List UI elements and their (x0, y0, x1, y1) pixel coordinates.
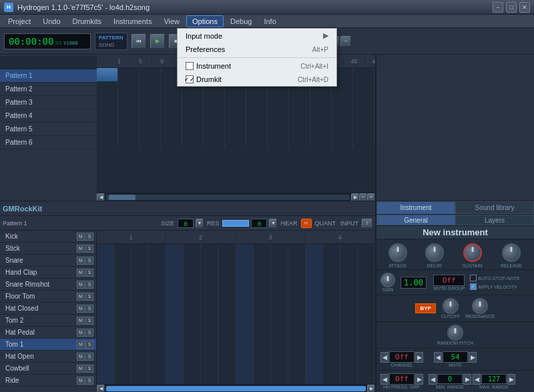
beat-cowbell-14[interactable] (340, 376, 358, 384)
size-down[interactable]: ▼ (196, 219, 204, 228)
song-cell-3-7[interactable] (225, 95, 246, 108)
beat-snarerimshot-3[interactable] (149, 292, 166, 304)
drum-instr-tom1[interactable]: Tom 1 MS (0, 339, 96, 351)
beat-hatopen-5[interactable] (184, 364, 201, 376)
beat-tom1-8[interactable] (236, 352, 254, 364)
beat-cowbell-7[interactable] (218, 376, 236, 384)
beat-floortom-7[interactable] (218, 304, 236, 316)
beat-snare-8[interactable] (236, 268, 254, 280)
gain-knob[interactable] (380, 273, 395, 287)
beat-tom2-14[interactable] (340, 328, 358, 340)
song-scroll-left[interactable]: ◀ (97, 193, 105, 201)
dropdown-item-inputmode[interactable]: Input mode ▶ (178, 29, 336, 43)
beat-snare-7[interactable] (218, 268, 236, 280)
drum-instr-hatopen[interactable]: Hat Open MS (0, 351, 96, 363)
song-toggle[interactable]: SONG (97, 41, 125, 49)
beat-floortom-1[interactable] (114, 304, 131, 316)
handclap-btn2[interactable]: S (85, 269, 93, 277)
beat-floortom-9[interactable] (254, 304, 271, 316)
beat-hatclosed-13[interactable] (323, 316, 340, 328)
beat-hatpedal-2[interactable] (131, 340, 149, 352)
song-cell-4-7[interactable] (225, 108, 246, 121)
beat-cowbell-2[interactable] (131, 376, 149, 384)
beat-floortom-13[interactable] (323, 304, 340, 316)
pattern-row-3[interactable]: Pattern 3 (0, 96, 97, 109)
beat-kick-2[interactable] (131, 244, 149, 256)
song-cell-6-6[interactable] (204, 135, 225, 148)
beat-snare-6[interactable] (201, 268, 218, 280)
song-cell-5-6[interactable] (204, 121, 225, 135)
pattern-toggle[interactable]: PATTERN (97, 34, 125, 41)
beat-hatclosed-4[interactable] (166, 316, 184, 328)
song-cell-3-3[interactable] (140, 95, 161, 108)
floortom-btn1[interactable]: M (77, 293, 85, 301)
tom1-btn1[interactable]: M (77, 341, 85, 349)
song-cell-1-3[interactable] (140, 68, 161, 81)
beat-floortom-11[interactable] (288, 304, 306, 316)
beat-handclap-3[interactable] (149, 280, 166, 292)
beat-hatopen-11[interactable] (288, 364, 306, 376)
beat-cowbell-3[interactable] (149, 376, 166, 384)
song-cell-5-2[interactable] (118, 121, 140, 135)
transport-rewind[interactable]: ⏮ (131, 34, 146, 49)
input-btn[interactable]: I (362, 219, 372, 228)
beat-snarerimshot-2[interactable] (131, 292, 149, 304)
attack-knob[interactable] (388, 243, 407, 262)
beat-floortom-5[interactable] (184, 304, 201, 316)
beat-tom2-2[interactable] (131, 328, 149, 340)
beat-hatclosed-8[interactable] (236, 316, 254, 328)
pattern-row-5[interactable]: Pattern 5 (0, 123, 97, 136)
song-cell-6-8[interactable] (246, 135, 268, 148)
rp-tab-instrument[interactable]: Instrument (376, 201, 455, 214)
song-cell-4-1[interactable] (97, 108, 118, 121)
beat-hatopen-15[interactable] (358, 364, 375, 376)
cowbell-btn1[interactable]: M (77, 365, 85, 373)
pattern-row-1[interactable]: Pattern 1 (0, 69, 97, 83)
beat-hatopen-7[interactable] (218, 364, 236, 376)
beat-handclap-11[interactable] (288, 280, 306, 292)
beat-tom1-2[interactable] (131, 352, 149, 364)
beat-tom2-0[interactable] (97, 328, 114, 340)
beat-tom2-15[interactable] (358, 328, 375, 340)
song-cell-2-2[interactable] (118, 81, 140, 95)
beat-tom1-4[interactable] (166, 352, 184, 364)
beat-stick-15[interactable] (358, 256, 375, 268)
beat-handclap-9[interactable] (254, 280, 271, 292)
song-cell-5-5[interactable] (182, 121, 204, 135)
beat-hatpedal-9[interactable] (254, 340, 271, 352)
beat-hatopen-8[interactable] (236, 364, 254, 376)
song-cell-3-9[interactable] (268, 95, 289, 108)
beat-hatopen-4[interactable] (166, 364, 184, 376)
drum-instr-cowbell[interactable]: Cowbell MS (0, 363, 96, 375)
menu-item-undo[interactable]: Undo (37, 16, 65, 27)
beat-snarerimshot-11[interactable] (288, 292, 306, 304)
beat-stick-1[interactable] (114, 256, 131, 268)
beat-stick-2[interactable] (131, 256, 149, 268)
song-cell-4-9[interactable] (268, 108, 289, 121)
song-cell-3-5[interactable] (182, 95, 204, 108)
res-slider[interactable] (222, 220, 249, 227)
beat-hatclosed-3[interactable] (149, 316, 166, 328)
beat-stick-11[interactable] (288, 256, 306, 268)
beat-snarerimshot-10[interactable] (271, 292, 288, 304)
hh-inc[interactable]: ▶ (415, 374, 423, 385)
beat-tom1-12[interactable] (306, 352, 323, 364)
drum-instr-snare[interactable]: Snare MS (0, 255, 96, 267)
beat-hatopen-6[interactable] (201, 364, 218, 376)
beat-kick-9[interactable] (254, 244, 271, 256)
beat-stick-3[interactable] (149, 256, 166, 268)
beat-hatpedal-7[interactable] (218, 340, 236, 352)
res-down[interactable]: ▼ (269, 219, 277, 228)
beat-kick-0[interactable] (97, 244, 114, 256)
beat-tom1-1[interactable] (114, 352, 131, 364)
beat-floortom-2[interactable] (131, 304, 149, 316)
song-cell-6-13[interactable] (353, 135, 374, 148)
beat-floortom-15[interactable] (358, 304, 375, 316)
dropdown-item-instrument[interactable]: Instrument Ctrl+Alt+I (178, 59, 336, 73)
min-dec[interactable]: ◀ (429, 374, 437, 385)
hatclosed-btn2[interactable]: S (85, 305, 93, 313)
beat-handclap-12[interactable] (306, 280, 323, 292)
beat-hatclosed-14[interactable] (340, 316, 358, 328)
beat-floortom-6[interactable] (201, 304, 218, 316)
min-inc[interactable]: ▶ (463, 374, 471, 385)
